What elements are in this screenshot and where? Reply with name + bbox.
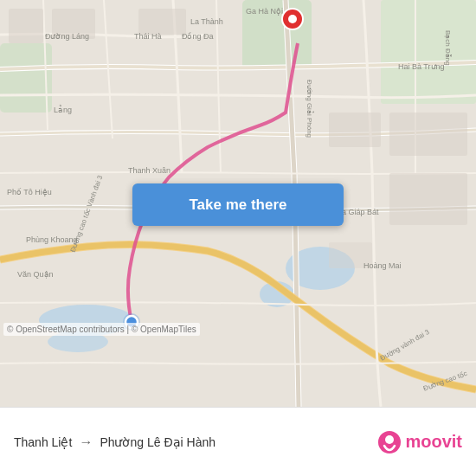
svg-text:Đường Giải Phóng: Đường Giải Phóng: [306, 80, 314, 138]
svg-text:Phố Tô Hiệu: Phố Tô Hiệu: [7, 188, 52, 196]
to-location: Phường Lê Đại Hành: [100, 435, 215, 449]
svg-text:Thái Hà: Thái Hà: [134, 32, 162, 41]
svg-rect-8: [138, 9, 186, 35]
svg-rect-11: [329, 113, 381, 147]
svg-text:Thanh Xuân: Thanh Xuân: [128, 166, 170, 175]
svg-text:Phùng Khoang: Phùng Khoang: [26, 235, 78, 244]
svg-text:Lảng: Lảng: [54, 105, 72, 114]
map-container[interactable]: Đường Láng Thái Hà Đồng Đa La Thành Lảng…: [0, 0, 476, 407]
svg-text:La Thành: La Thành: [190, 17, 223, 26]
svg-rect-9: [9, 9, 43, 43]
svg-text:Hai Bà Trưng: Hai Bà Trưng: [398, 62, 445, 71]
from-location: Thanh Liệt: [14, 435, 72, 449]
take-me-there-button[interactable]: Take me there: [132, 183, 344, 226]
map-attribution: © OpenStreetMap contributors | © OpenMap…: [3, 323, 200, 336]
svg-text:Hoàng Mai: Hoàng Mai: [363, 261, 402, 270]
svg-rect-6: [0, 43, 52, 113]
svg-point-36: [288, 15, 297, 23]
moovit-brand-text: moovit: [405, 432, 462, 452]
moovit-logo: moovit: [377, 430, 462, 454]
svg-rect-13: [389, 173, 467, 225]
bottom-bar: Thanh Liệt → Phường Lê Đại Hành moovit: [0, 407, 476, 476]
svg-text:Đồng Đa: Đồng Đa: [182, 32, 214, 41]
svg-text:Ga Hà Nội: Ga Hà Nội: [246, 7, 283, 16]
route-arrow: →: [79, 434, 93, 450]
svg-text:Đường Láng: Đường Láng: [45, 32, 89, 41]
svg-text:Văn Quận: Văn Quận: [17, 270, 54, 279]
svg-rect-7: [381, 0, 476, 104]
svg-point-38: [385, 435, 394, 444]
svg-rect-12: [389, 113, 467, 156]
moovit-icon: [377, 430, 402, 454]
svg-text:Bạch Đằng: Bạch Đằng: [444, 30, 452, 66]
route-info: Thanh Liệt → Phường Lê Đại Hành: [14, 434, 377, 450]
